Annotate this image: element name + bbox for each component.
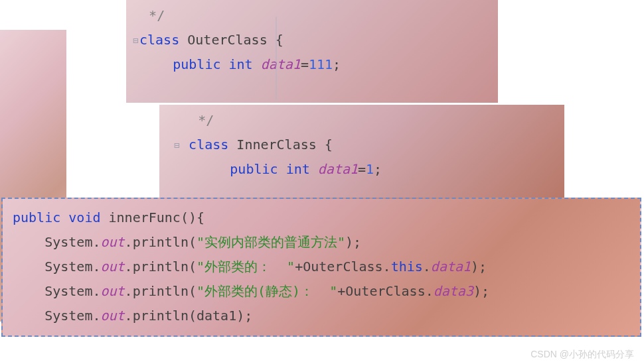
code-line: */ [166, 108, 558, 133]
code-line: public int data1=1; [166, 157, 558, 182]
code-line: System.out.println("外部类的： "+OuterClass.t… [13, 255, 630, 279]
code-line: System.out.println("外部类的(静态)： "+OuterCla… [13, 279, 630, 304]
comment-close: */ [198, 112, 214, 128]
comment-close: */ [149, 7, 165, 23]
code-line: ⊟ class InnerClass { [166, 133, 558, 157]
code-line-signature: public void innerFunc(){ [13, 206, 630, 230]
code-block-inner-class: */ ⊟ class InnerClass { public int data1… [159, 105, 564, 198]
collapse-icon[interactable]: ⊟ [174, 137, 181, 154]
code-line: ⊟class OuterClass { [133, 28, 491, 52]
collapse-icon[interactable]: ⊟ [133, 32, 139, 50]
code-line: */ [133, 3, 491, 28]
code-line: System.out.println(data1); [13, 304, 630, 328]
watermark: CSDN @小孙的代码分享 [530, 349, 634, 361]
code-line: System.out.println("实例内部类的普通方法"); [13, 230, 630, 255]
gutter-line [276, 17, 277, 99]
code-block-inner-func: public void innerFunc(){ System.out.prin… [1, 198, 641, 337]
code-line: public int data1=111; [133, 52, 491, 77]
code-block-outer-class: */ ⊟class OuterClass { public int data1=… [126, 0, 498, 103]
